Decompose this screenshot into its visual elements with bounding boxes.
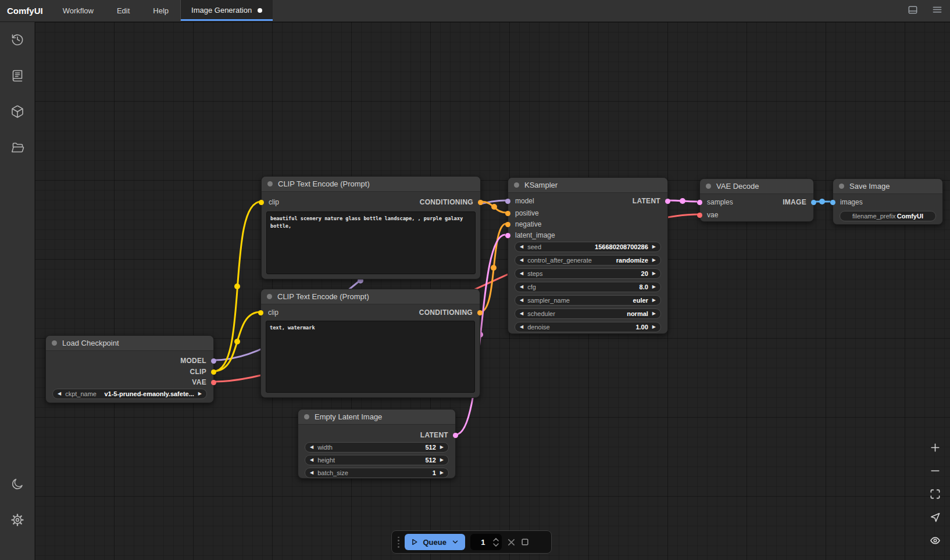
increment-arrow-icon[interactable]: ▶ xyxy=(652,285,656,289)
chevron-down-icon[interactable] xyxy=(451,538,459,546)
node-header[interactable]: KSampler xyxy=(508,178,667,193)
node-header[interactable]: Empty Latent Image xyxy=(298,410,455,425)
node-header[interactable]: CLIP Text Encode (Prompt) xyxy=(262,177,480,192)
widget-sampler-name[interactable]: ◀ sampler_name euler ▶ xyxy=(515,295,661,306)
decrement-arrow-icon[interactable]: ◀ xyxy=(310,471,313,475)
sidebar-workflows-button[interactable] xyxy=(9,139,26,156)
decrement-arrow-icon[interactable]: ◀ xyxy=(520,258,523,263)
sidebar-queue-history-button[interactable] xyxy=(9,31,26,48)
output-dot-image[interactable] xyxy=(811,200,816,205)
toolbar-drag-handle[interactable] xyxy=(398,537,399,548)
increment-arrow-icon[interactable]: ▶ xyxy=(652,311,656,316)
sidebar-node-library-button[interactable] xyxy=(9,67,26,84)
decrement-arrow-icon[interactable]: ◀ xyxy=(310,458,313,462)
node-save-image[interactable]: Save Image images filename_prefix ComfyU… xyxy=(833,178,943,225)
decrement-arrow-icon[interactable]: ◀ xyxy=(520,285,523,289)
decrement-arrow-icon[interactable]: ◀ xyxy=(310,445,313,450)
collapse-dot[interactable] xyxy=(839,184,844,189)
widget-cfg[interactable]: ◀ cfg 8.0 ▶ xyxy=(515,282,661,292)
widget-seed[interactable]: ◀ seed 156680208700286 ▶ xyxy=(515,242,661,252)
node-clip-text-encode-negative[interactable]: CLIP Text Encode (Prompt) clip CONDITION… xyxy=(260,289,480,398)
widget-height[interactable]: ◀ height 512 ▶ xyxy=(305,455,449,465)
tab-image-generation[interactable]: Image Generation xyxy=(181,0,273,21)
increment-arrow-icon[interactable]: ▶ xyxy=(440,445,444,450)
decrement-arrow-icon[interactable]: ◀ xyxy=(520,245,523,249)
increment-arrow-icon[interactable]: ▶ xyxy=(652,325,656,329)
collapse-dot[interactable] xyxy=(514,182,519,188)
bottom-panel-toggle-button[interactable] xyxy=(907,4,919,18)
hamburger-menu-button[interactable] xyxy=(931,4,943,18)
increment-arrow-icon[interactable]: ▶ xyxy=(652,258,656,263)
menu-edit[interactable]: Edit xyxy=(105,0,141,21)
output-dot-conditioning[interactable] xyxy=(477,310,483,315)
negative-prompt-textarea[interactable]: text, watermark xyxy=(266,321,475,393)
sidebar-model-library-button[interactable] xyxy=(9,103,26,120)
widget-ckpt-name[interactable]: ◀ ckpt_name v1-5-pruned-emaonly.safete..… xyxy=(52,389,207,399)
widget-width[interactable]: ◀ width 512 ▶ xyxy=(305,442,449,453)
decrement-arrow-icon[interactable]: ◀ xyxy=(58,392,61,396)
widget-steps[interactable]: ◀ steps 20 ▶ xyxy=(515,268,661,279)
queue-button[interactable]: Queue xyxy=(405,534,465,550)
increment-arrow-icon[interactable]: ▶ xyxy=(652,271,656,276)
node-header[interactable]: VAE Decode xyxy=(700,179,813,194)
zoom-in-button[interactable] xyxy=(930,442,941,455)
collapse-dot[interactable] xyxy=(267,294,272,299)
menu-help[interactable]: Help xyxy=(141,0,180,21)
increment-arrow-icon[interactable]: ▶ xyxy=(652,298,656,303)
stepper-down-icon[interactable] xyxy=(493,543,499,547)
input-dot-vae[interactable] xyxy=(697,213,702,218)
clear-queue-button[interactable] xyxy=(507,538,516,547)
output-slot-clip: CLIP xyxy=(46,367,213,376)
node-clip-text-encode-positive[interactable]: CLIP Text Encode (Prompt) clip CONDITION… xyxy=(261,176,481,279)
node-vae-decode[interactable]: VAE Decode samples IMAGE vae xyxy=(699,178,814,222)
node-canvas[interactable]: Load Checkpoint MODEL CLIP VAE ◀ ckpt_na… xyxy=(35,22,950,560)
stepper-up-icon[interactable] xyxy=(493,538,499,541)
decrement-arrow-icon[interactable]: ◀ xyxy=(520,271,523,276)
collapse-dot[interactable] xyxy=(267,181,273,186)
interrupt-button[interactable] xyxy=(521,538,529,546)
zoom-out-button[interactable] xyxy=(930,465,941,479)
decrement-arrow-icon[interactable]: ◀ xyxy=(520,325,523,329)
menu-workflow[interactable]: Workflow xyxy=(51,0,105,21)
widget-filename-prefix[interactable]: filename_prefix ComfyUI xyxy=(840,211,936,221)
node-ksampler[interactable]: KSampler model LATENT positive negative … xyxy=(508,177,668,334)
toggle-link-visibility-button[interactable] xyxy=(930,535,941,548)
widget-batch-size[interactable]: ◀ batch_size 1 ▶ xyxy=(305,468,449,478)
collapse-dot[interactable] xyxy=(52,340,57,346)
node-load-checkpoint[interactable]: Load Checkpoint MODEL CLIP VAE ◀ ckpt_na… xyxy=(45,335,214,403)
increment-arrow-icon[interactable]: ▶ xyxy=(440,471,444,475)
node-header[interactable]: CLIP Text Encode (Prompt) xyxy=(261,289,480,304)
collapse-dot[interactable] xyxy=(706,184,711,189)
node-header[interactable]: Save Image xyxy=(833,179,942,194)
increment-arrow-icon[interactable]: ▶ xyxy=(652,245,656,249)
canvas-view-controls xyxy=(930,442,941,548)
node-header[interactable]: Load Checkpoint xyxy=(46,336,213,351)
active-tab-underline xyxy=(181,19,273,21)
input-dot-images[interactable] xyxy=(830,200,835,205)
positive-prompt-textarea[interactable]: beautiful scenery nature glass bottle la… xyxy=(266,211,476,274)
output-dot-latent[interactable] xyxy=(665,199,670,204)
select-mode-button[interactable] xyxy=(930,512,941,525)
fit-view-button[interactable] xyxy=(930,489,941,502)
widget-denoise[interactable]: ◀ denoise 1.00 ▶ xyxy=(515,322,661,332)
sidebar-settings-button[interactable] xyxy=(9,512,26,528)
widget-control-after-generate[interactable]: ◀ control_after_generate randomize ▶ xyxy=(515,255,661,265)
output-dot-clip[interactable] xyxy=(211,369,216,375)
node-empty-latent-image[interactable]: Empty Latent Image LATENT ◀ width 512 ▶ … xyxy=(298,409,456,479)
sidebar-theme-toggle-button[interactable] xyxy=(9,476,26,492)
input-dot-negative[interactable] xyxy=(505,222,510,227)
output-dot-vae[interactable] xyxy=(211,380,216,385)
output-dot-model[interactable] xyxy=(211,358,216,364)
increment-arrow-icon[interactable]: ▶ xyxy=(198,392,202,396)
collapse-dot[interactable] xyxy=(304,414,309,419)
output-dot-conditioning[interactable] xyxy=(478,200,483,205)
increment-arrow-icon[interactable]: ▶ xyxy=(440,458,444,462)
input-dot-positive[interactable] xyxy=(505,211,510,216)
batch-count-input[interactable]: 1 xyxy=(470,534,502,550)
decrement-arrow-icon[interactable]: ◀ xyxy=(520,298,523,303)
batch-count-stepper[interactable] xyxy=(493,538,499,547)
widget-scheduler[interactable]: ◀ scheduler normal ▶ xyxy=(515,308,661,319)
input-dot-latent-image[interactable] xyxy=(505,233,510,238)
decrement-arrow-icon[interactable]: ◀ xyxy=(520,311,523,316)
output-dot-latent[interactable] xyxy=(453,433,458,438)
